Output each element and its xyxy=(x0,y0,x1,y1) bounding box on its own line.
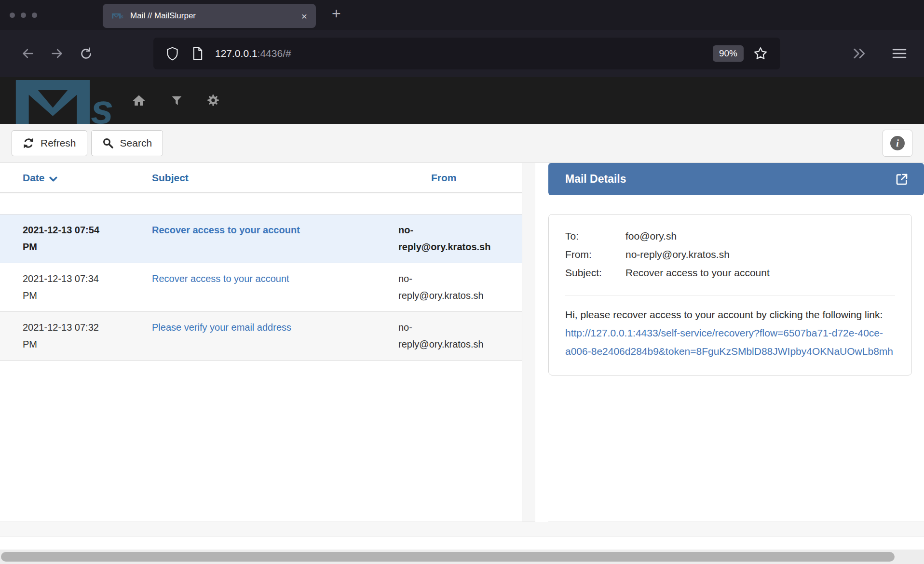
menu-hamburger-icon[interactable] xyxy=(892,47,907,60)
browser-nav-toolbar: 127.0.0.1:4436/# 90% xyxy=(0,30,924,77)
url-host: 127.0.0.1 xyxy=(215,48,258,59)
svg-text:s: s xyxy=(91,87,113,124)
info-icon: i xyxy=(890,136,905,150)
window-controls[interactable] xyxy=(10,13,37,18)
horizontal-scrollbar[interactable] xyxy=(0,550,924,564)
screen: s Mail // MailSlurper × + xyxy=(0,0,924,564)
mail-list-header: Date Subject From xyxy=(0,163,522,193)
refresh-button[interactable]: Refresh xyxy=(12,130,87,156)
mail-details-card: To: foo@ory.sh From: no-reply@ory.kratos… xyxy=(548,214,912,376)
mail-details-pane: Mail Details To: foo@ory.sh From: no-re xyxy=(548,163,924,522)
column-header-date[interactable]: Date xyxy=(23,172,152,184)
subject-label: Subject: xyxy=(565,264,625,282)
mail-subject-link[interactable]: Recover access to your account xyxy=(152,225,300,235)
url-text[interactable]: 127.0.0.1:4436/# xyxy=(215,48,713,59)
mail-date: 2021-12-13 07:32 PM xyxy=(23,319,152,353)
mail-from: no-reply@ory.kratos.sh xyxy=(398,222,522,255)
url-bar[interactable]: 127.0.0.1:4436/# 90% xyxy=(153,38,780,69)
app-toolbar: Refresh Search i xyxy=(0,124,924,163)
search-icon xyxy=(102,137,114,149)
mail-from: no-reply@ory.kratos.sh xyxy=(398,270,522,304)
tab-favicon: s xyxy=(111,13,124,19)
mail-row[interactable]: 2021-12-13 07:54 PM Recover access to yo… xyxy=(0,215,522,263)
window-dot[interactable] xyxy=(21,13,26,18)
tab-title: Mail // MailSlurper xyxy=(130,11,301,21)
column-header-subject[interactable]: Subject xyxy=(152,172,398,184)
mail-list-body: 2021-12-13 07:54 PM Recover access to yo… xyxy=(0,214,522,361)
search-button[interactable]: Search xyxy=(91,130,163,156)
url-path: :4436/# xyxy=(258,48,291,59)
from-value: no-reply@ory.kratos.sh xyxy=(625,245,895,264)
browser-tab-strip: s Mail // MailSlurper × + xyxy=(0,0,924,30)
tab-close-icon[interactable]: × xyxy=(301,11,307,21)
forward-icon[interactable] xyxy=(42,47,71,60)
subject-value: Recover access to your account xyxy=(625,264,895,282)
mail-row[interactable]: 2021-12-13 07:34 PM Recover access to yo… xyxy=(0,263,522,312)
browser-tab[interactable]: s Mail // MailSlurper × xyxy=(103,4,316,28)
refresh-icon xyxy=(23,137,34,149)
card-divider xyxy=(565,295,895,295)
page-background-strip xyxy=(0,522,924,537)
open-external-icon[interactable] xyxy=(894,172,910,187)
mail-details-header: Mail Details xyxy=(548,163,924,195)
mail-details-title: Mail Details xyxy=(565,173,894,186)
mail-date: 2021-12-13 07:54 PM xyxy=(23,222,152,255)
mail-from: no-reply@ory.kratos.sh xyxy=(398,319,522,353)
horizontal-scrollbar-thumb[interactable] xyxy=(1,552,895,562)
mail-date: 2021-12-13 07:34 PM xyxy=(23,270,152,304)
pane-divider xyxy=(535,163,548,522)
sort-caret-down-icon xyxy=(49,176,57,182)
to-value: foo@ory.sh xyxy=(625,227,895,245)
new-tab-button[interactable]: + xyxy=(332,6,341,21)
mail-body-text: Hi, please recover access to your accoun… xyxy=(565,309,883,320)
reload-icon[interactable] xyxy=(71,47,100,60)
search-button-label: Search xyxy=(120,137,152,149)
mail-subject-link[interactable]: Please verify your email address xyxy=(152,322,291,333)
bookmark-star-icon[interactable] xyxy=(753,46,768,61)
list-scrollbar-gutter[interactable] xyxy=(522,163,535,522)
svg-text:s: s xyxy=(121,14,124,19)
mailslurper-logo: s xyxy=(12,79,117,124)
filter-icon[interactable] xyxy=(171,94,183,107)
shield-icon[interactable] xyxy=(166,47,179,61)
mail-subject-link[interactable]: Recover access to your account xyxy=(152,273,289,284)
mail-row[interactable]: 2021-12-13 07:32 PM Please verify your e… xyxy=(0,312,522,361)
main-content: Date Subject From 2021-12-13 07:54 PM Re… xyxy=(0,163,924,522)
info-button[interactable]: i xyxy=(883,130,912,157)
overflow-chevrons-icon[interactable] xyxy=(853,47,867,60)
back-icon[interactable] xyxy=(14,47,42,60)
zoom-level-badge[interactable]: 90% xyxy=(713,45,744,62)
window-dot[interactable] xyxy=(32,13,37,18)
page-info-icon[interactable] xyxy=(192,47,204,60)
column-header-from[interactable]: From xyxy=(398,172,522,184)
mail-list-pane: Date Subject From 2021-12-13 07:54 PM Re… xyxy=(0,163,522,522)
home-icon[interactable] xyxy=(132,94,146,107)
body-strip xyxy=(0,537,924,550)
gear-icon[interactable] xyxy=(206,94,220,107)
recovery-link[interactable]: http://127.0.0.1:4433/self-service/recov… xyxy=(565,327,893,357)
mail-body: Hi, please recover access to your accoun… xyxy=(565,306,895,361)
mailslurper-navbar: s xyxy=(0,77,924,124)
window-dot[interactable] xyxy=(10,13,15,18)
from-label: From: xyxy=(565,245,625,264)
refresh-button-label: Refresh xyxy=(41,137,76,149)
to-label: To: xyxy=(565,227,625,245)
